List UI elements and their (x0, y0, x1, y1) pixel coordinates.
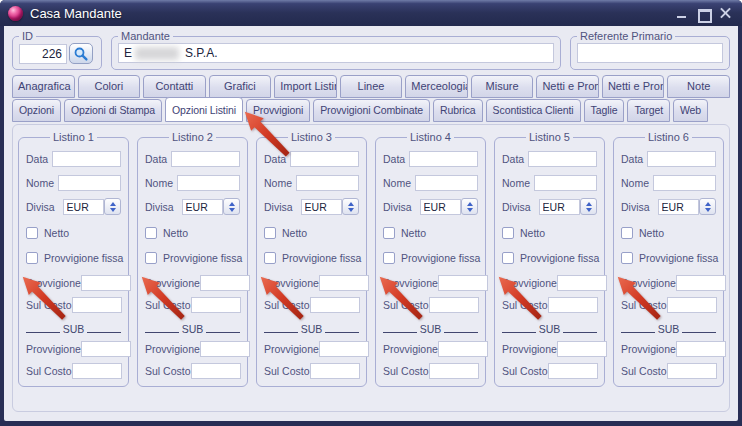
divisa-input[interactable] (63, 199, 105, 215)
data-input[interactable] (290, 151, 359, 167)
sub-sul-costo-input[interactable] (310, 363, 360, 379)
provvigione-fissa-checkbox[interactable] (26, 252, 38, 264)
spinner-down-icon[interactable] (348, 208, 354, 212)
sul-costo-input[interactable] (191, 297, 241, 313)
nome-input[interactable] (534, 175, 597, 191)
tab-scontistica-clienti[interactable]: Scontistica Clienti (486, 99, 581, 122)
sul-costo-input[interactable] (429, 297, 479, 313)
divisa-spinner[interactable] (699, 198, 716, 215)
tab-opzioni-listini[interactable]: Opzioni Listini (165, 97, 243, 122)
sub-provvigione-input[interactable] (319, 341, 369, 357)
divisa-input[interactable] (420, 199, 462, 215)
provvigione-input[interactable] (676, 275, 726, 291)
spinner-up-icon[interactable] (467, 202, 473, 206)
tab-grafici[interactable]: Grafici (209, 75, 272, 98)
tab-merceologia[interactable]: Merceologia (405, 75, 468, 98)
spinner-down-icon[interactable] (110, 208, 116, 212)
sub-provvigione-input[interactable] (557, 341, 607, 357)
provvigione-input[interactable] (557, 275, 607, 291)
sul-costo-input[interactable] (667, 297, 717, 313)
titlebar[interactable]: Casa Mandante (0, 0, 742, 26)
sub-provvigione-input[interactable] (200, 341, 250, 357)
tab-opzioni-di-stampa[interactable]: Opzioni di Stampa (64, 99, 162, 122)
netto-checkbox[interactable] (26, 227, 38, 239)
tab-provvigioni[interactable]: Provvigioni (246, 99, 310, 122)
data-input[interactable] (409, 151, 478, 167)
divisa-spinner[interactable] (580, 198, 597, 215)
tab-anagrafica[interactable]: Anagrafica (12, 75, 75, 98)
nome-input[interactable] (415, 175, 478, 191)
divisa-spinner[interactable] (104, 198, 121, 215)
sub-sul-costo-input[interactable] (191, 363, 241, 379)
sub-provvigione-input[interactable] (438, 341, 488, 357)
provvigione-input[interactable] (319, 275, 369, 291)
spinner-down-icon[interactable] (467, 208, 473, 212)
spinner-down-icon[interactable] (586, 208, 592, 212)
tab-netti-e-promo-clienti[interactable]: Netti e Promo Clienti (536, 75, 599, 98)
provvigione-fissa-checkbox[interactable] (502, 252, 514, 264)
divisa-input[interactable] (539, 199, 581, 215)
spinner-up-icon[interactable] (586, 202, 592, 206)
sub-sul-costo-input[interactable] (548, 363, 598, 379)
tab-misure[interactable]: Misure (471, 75, 534, 98)
nome-input[interactable] (58, 175, 121, 191)
referente-primario-field[interactable] (577, 43, 723, 63)
sul-costo-input[interactable] (72, 297, 122, 313)
search-button[interactable] (69, 43, 93, 64)
divisa-input[interactable] (658, 199, 700, 215)
sub-sul-costo-input[interactable] (429, 363, 479, 379)
mandante-field[interactable]: E S.P.A. (118, 43, 554, 63)
netto-checkbox[interactable] (502, 227, 514, 239)
tab-colori[interactable]: Colori (78, 75, 141, 98)
sul-costo-input[interactable] (548, 297, 598, 313)
tab-opzioni[interactable]: Opzioni (12, 99, 61, 122)
divisa-input[interactable] (301, 199, 343, 215)
nome-input[interactable] (296, 175, 359, 191)
netto-checkbox[interactable] (383, 227, 395, 239)
netto-checkbox[interactable] (145, 227, 157, 239)
tab-taglie[interactable]: Taglie (584, 99, 625, 122)
spinner-up-icon[interactable] (348, 202, 354, 206)
tab-provvigioni-combinate[interactable]: Provvigioni Combinate (313, 99, 430, 122)
spinner-up-icon[interactable] (229, 202, 235, 206)
tab-import-listini[interactable]: Import Listini (274, 75, 337, 98)
spinner-up-icon[interactable] (110, 202, 116, 206)
sub-provvigione-input[interactable] (676, 341, 726, 357)
divisa-spinner[interactable] (223, 198, 240, 215)
tab-web[interactable]: Web (673, 99, 708, 122)
tab-target[interactable]: Target (627, 99, 670, 122)
sub-sul-costo-input[interactable] (72, 363, 122, 379)
provvigione-fissa-checkbox[interactable] (264, 252, 276, 264)
provvigione-fissa-checkbox[interactable] (621, 252, 633, 264)
spinner-down-icon[interactable] (229, 208, 235, 212)
nome-input[interactable] (177, 175, 240, 191)
tab-netti-e-promo-indiretti[interactable]: Netti e Promo Indiretti (602, 75, 665, 98)
minimize-icon[interactable] (673, 6, 690, 21)
nome-input[interactable] (653, 175, 716, 191)
data-input[interactable] (52, 151, 121, 167)
provvigione-fissa-checkbox[interactable] (145, 252, 157, 264)
tab-rubrica[interactable]: Rubrica (433, 99, 482, 122)
netto-checkbox[interactable] (264, 227, 276, 239)
sub-provvigione-input[interactable] (81, 341, 131, 357)
netto-checkbox[interactable] (621, 227, 633, 239)
tab-note[interactable]: Note (667, 75, 730, 98)
maximize-icon[interactable] (695, 6, 712, 21)
spinner-up-icon[interactable] (705, 202, 711, 206)
divisa-input[interactable] (182, 199, 224, 215)
divisa-spinner[interactable] (461, 198, 478, 215)
close-icon[interactable] (717, 6, 734, 21)
id-input[interactable] (19, 44, 67, 64)
sub-sul-costo-input[interactable] (667, 363, 717, 379)
provvigione-input[interactable] (200, 275, 250, 291)
tab-contatti[interactable]: Contatti (143, 75, 206, 98)
divisa-spinner[interactable] (342, 198, 359, 215)
data-input[interactable] (528, 151, 597, 167)
data-input[interactable] (171, 151, 240, 167)
data-input[interactable] (647, 151, 716, 167)
provvigione-input[interactable] (81, 275, 131, 291)
spinner-down-icon[interactable] (705, 208, 711, 212)
provvigione-fissa-checkbox[interactable] (383, 252, 395, 264)
tab-linee[interactable]: Linee (340, 75, 403, 98)
sul-costo-input[interactable] (310, 297, 360, 313)
